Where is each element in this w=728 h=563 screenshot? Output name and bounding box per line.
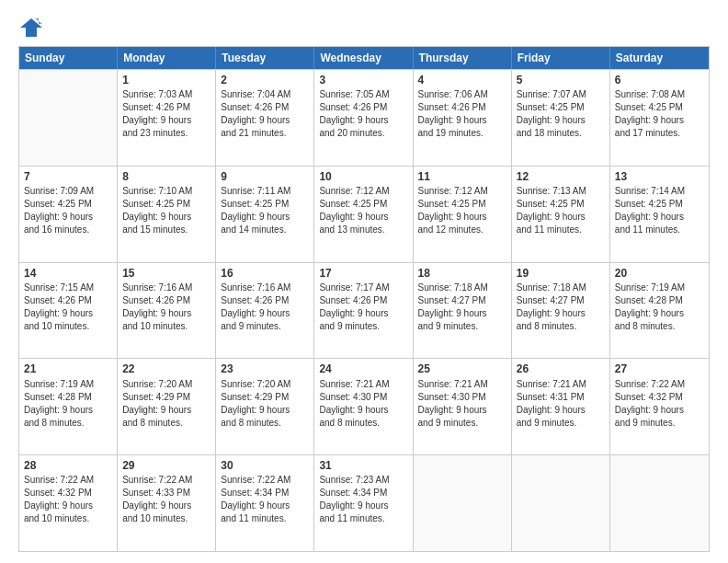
- day-cell-2: 2Sunrise: 7:04 AMSunset: 4:26 PMDaylight…: [216, 70, 314, 166]
- day-number: 19: [517, 266, 605, 281]
- day-number: 3: [319, 73, 407, 87]
- day-cell-23: 23Sunrise: 7:20 AMSunset: 4:29 PMDayligh…: [216, 359, 314, 454]
- logo-icon: [18, 15, 44, 40]
- day-number: 11: [418, 169, 506, 184]
- header-cell-saturday: Saturday: [610, 47, 709, 69]
- day-cell-8: 8Sunrise: 7:10 AMSunset: 4:25 PMDaylight…: [118, 167, 216, 262]
- day-number: 27: [615, 362, 704, 376]
- day-cell-20: 20Sunrise: 7:19 AMSunset: 4:28 PMDayligh…: [610, 263, 709, 359]
- day-cell-22: 22Sunrise: 7:20 AMSunset: 4:29 PMDayligh…: [118, 359, 216, 454]
- day-number: 24: [319, 362, 407, 376]
- day-info: Sunrise: 7:21 AMSunset: 4:31 PMDaylight:…: [517, 378, 605, 430]
- day-number: 28: [24, 458, 112, 473]
- header-cell-thursday: Thursday: [414, 47, 512, 69]
- day-number: 1: [122, 73, 210, 87]
- day-number: 9: [221, 169, 309, 184]
- day-number: 6: [615, 73, 704, 87]
- day-info: Sunrise: 7:07 AMSunset: 4:25 PMDaylight:…: [517, 88, 605, 140]
- day-number: 18: [418, 266, 506, 281]
- day-number: 2: [221, 73, 309, 87]
- day-cell-12: 12Sunrise: 7:13 AMSunset: 4:25 PMDayligh…: [512, 167, 610, 262]
- logo: [18, 15, 48, 40]
- day-info: Sunrise: 7:05 AMSunset: 4:26 PMDaylight:…: [319, 88, 407, 140]
- day-info: Sunrise: 7:22 AMSunset: 4:33 PMDaylight:…: [122, 474, 210, 525]
- header-cell-monday: Monday: [118, 47, 216, 69]
- day-info: Sunrise: 7:20 AMSunset: 4:29 PMDaylight:…: [221, 378, 309, 430]
- day-info: Sunrise: 7:12 AMSunset: 4:25 PMDaylight:…: [418, 185, 506, 236]
- header-cell-tuesday: Tuesday: [216, 47, 314, 69]
- day-cell-21: 21Sunrise: 7:19 AMSunset: 4:28 PMDayligh…: [19, 359, 118, 454]
- day-info: Sunrise: 7:10 AMSunset: 4:25 PMDaylight:…: [122, 185, 210, 236]
- day-info: Sunrise: 7:21 AMSunset: 4:30 PMDaylight:…: [418, 378, 506, 430]
- day-cell-15: 15Sunrise: 7:16 AMSunset: 4:26 PMDayligh…: [118, 263, 216, 359]
- day-number: 17: [319, 266, 407, 281]
- day-info: Sunrise: 7:19 AMSunset: 4:28 PMDaylight:…: [615, 282, 704, 333]
- day-info: Sunrise: 7:19 AMSunset: 4:28 PMDaylight:…: [24, 378, 112, 430]
- day-info: Sunrise: 7:17 AMSunset: 4:26 PMDaylight:…: [319, 282, 407, 333]
- day-cell-29: 29Sunrise: 7:22 AMSunset: 4:33 PMDayligh…: [118, 455, 216, 551]
- day-cell-11: 11Sunrise: 7:12 AMSunset: 4:25 PMDayligh…: [414, 167, 512, 262]
- day-cell-5: 5Sunrise: 7:07 AMSunset: 4:25 PMDaylight…: [512, 70, 610, 166]
- day-cell-6: 6Sunrise: 7:08 AMSunset: 4:25 PMDaylight…: [610, 70, 709, 166]
- day-number: 12: [517, 169, 605, 184]
- day-number: 16: [221, 266, 309, 281]
- day-cell-9: 9Sunrise: 7:11 AMSunset: 4:25 PMDaylight…: [216, 167, 314, 262]
- day-number: 13: [615, 169, 704, 184]
- day-number: 10: [319, 169, 407, 184]
- empty-cell: [610, 455, 709, 551]
- calendar-header-row: SundayMondayTuesdayWednesdayThursdayFrid…: [19, 47, 709, 69]
- day-cell-26: 26Sunrise: 7:21 AMSunset: 4:31 PMDayligh…: [512, 359, 610, 454]
- day-cell-4: 4Sunrise: 7:06 AMSunset: 4:26 PMDaylight…: [414, 70, 512, 166]
- day-number: 20: [615, 266, 704, 281]
- empty-cell: [19, 70, 118, 166]
- header: [18, 15, 710, 40]
- day-info: Sunrise: 7:04 AMSunset: 4:26 PMDaylight:…: [221, 88, 309, 140]
- day-number: 7: [24, 169, 112, 184]
- day-info: Sunrise: 7:22 AMSunset: 4:32 PMDaylight:…: [615, 378, 704, 430]
- day-number: 21: [24, 362, 112, 376]
- day-cell-28: 28Sunrise: 7:22 AMSunset: 4:32 PMDayligh…: [19, 455, 118, 551]
- day-info: Sunrise: 7:16 AMSunset: 4:26 PMDaylight:…: [221, 282, 309, 333]
- day-number: 5: [517, 73, 605, 87]
- day-cell-27: 27Sunrise: 7:22 AMSunset: 4:32 PMDayligh…: [610, 359, 709, 454]
- day-info: Sunrise: 7:08 AMSunset: 4:25 PMDaylight:…: [615, 88, 704, 140]
- day-number: 25: [418, 362, 506, 376]
- day-cell-3: 3Sunrise: 7:05 AMSunset: 4:26 PMDaylight…: [314, 70, 413, 166]
- day-number: 23: [221, 362, 309, 376]
- page: SundayMondayTuesdayWednesdayThursdayFrid…: [0, 0, 728, 563]
- day-info: Sunrise: 7:20 AMSunset: 4:29 PMDaylight:…: [122, 378, 210, 430]
- empty-cell: [512, 455, 610, 551]
- day-info: Sunrise: 7:13 AMSunset: 4:25 PMDaylight:…: [517, 185, 605, 236]
- day-cell-14: 14Sunrise: 7:15 AMSunset: 4:26 PMDayligh…: [19, 263, 118, 359]
- day-number: 29: [122, 458, 210, 473]
- day-cell-16: 16Sunrise: 7:16 AMSunset: 4:26 PMDayligh…: [216, 263, 314, 359]
- day-cell-19: 19Sunrise: 7:18 AMSunset: 4:27 PMDayligh…: [512, 263, 610, 359]
- day-cell-31: 31Sunrise: 7:23 AMSunset: 4:34 PMDayligh…: [314, 455, 413, 551]
- day-info: Sunrise: 7:12 AMSunset: 4:25 PMDaylight:…: [319, 185, 407, 236]
- day-info: Sunrise: 7:03 AMSunset: 4:26 PMDaylight:…: [122, 88, 210, 140]
- day-number: 31: [319, 458, 407, 473]
- day-cell-24: 24Sunrise: 7:21 AMSunset: 4:30 PMDayligh…: [314, 359, 413, 454]
- day-cell-1: 1Sunrise: 7:03 AMSunset: 4:26 PMDaylight…: [118, 70, 216, 166]
- day-cell-17: 17Sunrise: 7:17 AMSunset: 4:26 PMDayligh…: [314, 263, 413, 359]
- svg-marker-0: [20, 18, 42, 37]
- day-cell-7: 7Sunrise: 7:09 AMSunset: 4:25 PMDaylight…: [19, 167, 118, 262]
- day-number: 8: [122, 169, 210, 184]
- day-number: 26: [517, 362, 605, 376]
- empty-cell: [414, 455, 512, 551]
- day-cell-30: 30Sunrise: 7:22 AMSunset: 4:34 PMDayligh…: [216, 455, 314, 551]
- header-cell-wednesday: Wednesday: [314, 47, 413, 69]
- header-cell-sunday: Sunday: [19, 47, 118, 69]
- day-info: Sunrise: 7:16 AMSunset: 4:26 PMDaylight:…: [122, 282, 210, 333]
- week-row-4: 21Sunrise: 7:19 AMSunset: 4:28 PMDayligh…: [19, 358, 709, 454]
- day-cell-18: 18Sunrise: 7:18 AMSunset: 4:27 PMDayligh…: [414, 263, 512, 359]
- calendar: SundayMondayTuesdayWednesdayThursdayFrid…: [18, 46, 710, 552]
- day-number: 22: [122, 362, 210, 376]
- day-number: 14: [24, 266, 112, 281]
- day-info: Sunrise: 7:11 AMSunset: 4:25 PMDaylight:…: [221, 185, 309, 236]
- day-cell-10: 10Sunrise: 7:12 AMSunset: 4:25 PMDayligh…: [314, 167, 413, 262]
- day-cell-25: 25Sunrise: 7:21 AMSunset: 4:30 PMDayligh…: [414, 359, 512, 454]
- day-number: 30: [221, 458, 309, 473]
- day-number: 15: [122, 266, 210, 281]
- day-cell-13: 13Sunrise: 7:14 AMSunset: 4:25 PMDayligh…: [610, 167, 709, 262]
